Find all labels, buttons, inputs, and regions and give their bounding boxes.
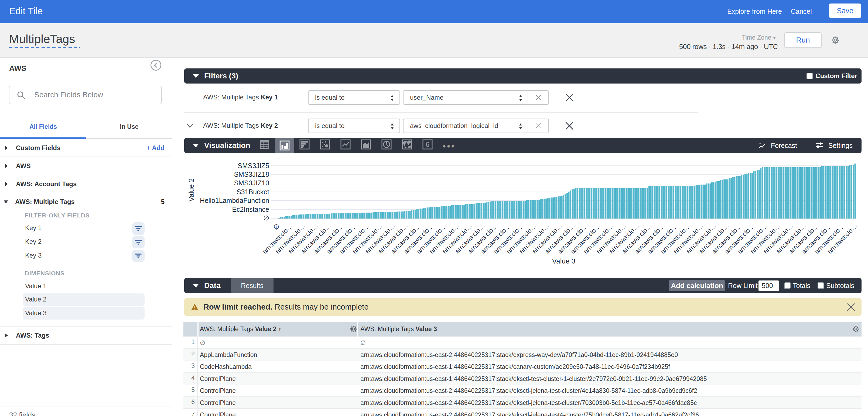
svg-text:Value 3: Value 3 <box>552 257 575 265</box>
svg-text:Value 2: Value 2 <box>187 178 195 202</box>
svg-text:Ec2Instance: Ec2Instance <box>232 206 269 213</box>
svg-text:SMS3JIZ5: SMS3JIZ5 <box>238 162 269 170</box>
svg-text:Hello1LambdaFunction: Hello1LambdaFunction <box>200 197 269 204</box>
svg-text:S31Bucket: S31Bucket <box>237 188 269 196</box>
svg-text:∅: ∅ <box>272 222 281 231</box>
svg-text:∅: ∅ <box>263 214 269 222</box>
svg-text:SMS3JIZ18: SMS3JIZ18 <box>234 171 269 178</box>
svg-text:SMS3JIZ10: SMS3JIZ10 <box>234 179 269 187</box>
svg-text:6: 6 <box>426 141 429 148</box>
